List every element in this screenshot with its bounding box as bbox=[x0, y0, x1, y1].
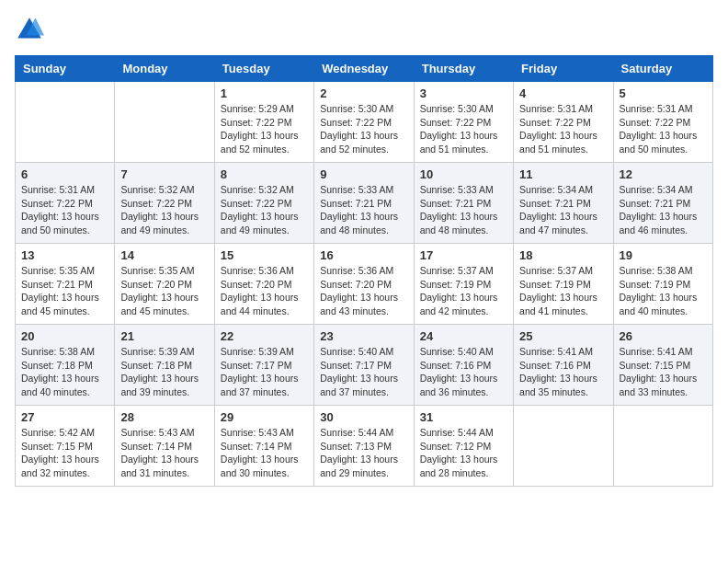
logo-icon bbox=[15, 15, 44, 44]
calendar-cell: 8Sunrise: 5:32 AM Sunset: 7:22 PM Daylig… bbox=[214, 163, 313, 244]
calendar-week-row: 20Sunrise: 5:38 AM Sunset: 7:18 PM Dayli… bbox=[16, 325, 713, 406]
calendar-cell: 7Sunrise: 5:32 AM Sunset: 7:22 PM Daylig… bbox=[115, 163, 214, 244]
calendar-cell: 28Sunrise: 5:43 AM Sunset: 7:14 PM Dayli… bbox=[115, 406, 214, 487]
calendar-cell: 16Sunrise: 5:36 AM Sunset: 7:20 PM Dayli… bbox=[314, 244, 414, 325]
day-header-friday: Friday bbox=[514, 56, 613, 82]
day-info: Sunrise: 5:38 AM Sunset: 7:18 PM Dayligh… bbox=[21, 345, 108, 399]
day-number: 23 bbox=[320, 329, 407, 343]
day-info: Sunrise: 5:31 AM Sunset: 7:22 PM Dayligh… bbox=[620, 102, 707, 156]
calendar-cell: 5Sunrise: 5:31 AM Sunset: 7:22 PM Daylig… bbox=[613, 82, 712, 163]
day-info: Sunrise: 5:33 AM Sunset: 7:21 PM Dayligh… bbox=[320, 183, 407, 237]
calendar-cell: 23Sunrise: 5:40 AM Sunset: 7:17 PM Dayli… bbox=[314, 325, 414, 406]
day-header-sunday: Sunday bbox=[16, 56, 115, 82]
day-info: Sunrise: 5:36 AM Sunset: 7:20 PM Dayligh… bbox=[221, 264, 308, 318]
day-info: Sunrise: 5:37 AM Sunset: 7:19 PM Dayligh… bbox=[420, 264, 507, 318]
calendar-cell bbox=[16, 82, 115, 163]
day-number: 29 bbox=[221, 410, 308, 424]
header bbox=[15, 15, 713, 44]
day-info: Sunrise: 5:32 AM Sunset: 7:22 PM Dayligh… bbox=[120, 183, 208, 237]
day-info: Sunrise: 5:35 AM Sunset: 7:21 PM Dayligh… bbox=[21, 264, 108, 318]
day-info: Sunrise: 5:39 AM Sunset: 7:18 PM Dayligh… bbox=[120, 345, 208, 399]
calendar-cell: 26Sunrise: 5:41 AM Sunset: 7:15 PM Dayli… bbox=[613, 325, 712, 406]
day-info: Sunrise: 5:40 AM Sunset: 7:16 PM Dayligh… bbox=[420, 345, 507, 399]
day-number: 16 bbox=[320, 248, 407, 262]
calendar-cell: 31Sunrise: 5:44 AM Sunset: 7:12 PM Dayli… bbox=[414, 406, 513, 487]
day-number: 13 bbox=[21, 248, 108, 262]
day-number: 6 bbox=[21, 167, 108, 181]
calendar-cell bbox=[613, 406, 712, 487]
day-info: Sunrise: 5:37 AM Sunset: 7:19 PM Dayligh… bbox=[519, 264, 607, 318]
calendar-cell: 20Sunrise: 5:38 AM Sunset: 7:18 PM Dayli… bbox=[16, 325, 115, 406]
day-info: Sunrise: 5:34 AM Sunset: 7:21 PM Dayligh… bbox=[620, 183, 707, 237]
day-number: 20 bbox=[21, 329, 108, 343]
day-info: Sunrise: 5:39 AM Sunset: 7:17 PM Dayligh… bbox=[221, 345, 308, 399]
day-info: Sunrise: 5:40 AM Sunset: 7:17 PM Dayligh… bbox=[320, 345, 407, 399]
day-number: 18 bbox=[519, 248, 607, 262]
calendar-cell: 4Sunrise: 5:31 AM Sunset: 7:22 PM Daylig… bbox=[514, 82, 613, 163]
calendar-cell: 29Sunrise: 5:43 AM Sunset: 7:14 PM Dayli… bbox=[214, 406, 313, 487]
day-info: Sunrise: 5:41 AM Sunset: 7:15 PM Dayligh… bbox=[620, 345, 707, 399]
day-info: Sunrise: 5:30 AM Sunset: 7:22 PM Dayligh… bbox=[320, 102, 407, 156]
day-number: 5 bbox=[620, 86, 707, 100]
calendar-cell: 18Sunrise: 5:37 AM Sunset: 7:19 PM Dayli… bbox=[514, 244, 613, 325]
calendar-cell: 21Sunrise: 5:39 AM Sunset: 7:18 PM Dayli… bbox=[115, 325, 214, 406]
calendar-cell: 12Sunrise: 5:34 AM Sunset: 7:21 PM Dayli… bbox=[613, 163, 712, 244]
day-number: 9 bbox=[320, 167, 407, 181]
day-header-saturday: Saturday bbox=[613, 56, 712, 82]
calendar-cell: 27Sunrise: 5:42 AM Sunset: 7:15 PM Dayli… bbox=[16, 406, 115, 487]
logo bbox=[15, 15, 50, 44]
calendar-cell: 11Sunrise: 5:34 AM Sunset: 7:21 PM Dayli… bbox=[514, 163, 613, 244]
calendar-cell bbox=[514, 406, 613, 487]
day-header-thursday: Thursday bbox=[414, 56, 513, 82]
day-header-monday: Monday bbox=[115, 56, 214, 82]
calendar-cell: 13Sunrise: 5:35 AM Sunset: 7:21 PM Dayli… bbox=[16, 244, 115, 325]
calendar-cell: 17Sunrise: 5:37 AM Sunset: 7:19 PM Dayli… bbox=[414, 244, 513, 325]
day-number: 10 bbox=[420, 167, 507, 181]
calendar-cell: 6Sunrise: 5:31 AM Sunset: 7:22 PM Daylig… bbox=[16, 163, 115, 244]
calendar-cell: 1Sunrise: 5:29 AM Sunset: 7:22 PM Daylig… bbox=[214, 82, 313, 163]
day-number: 2 bbox=[320, 86, 407, 100]
day-info: Sunrise: 5:33 AM Sunset: 7:21 PM Dayligh… bbox=[420, 183, 507, 237]
day-info: Sunrise: 5:42 AM Sunset: 7:15 PM Dayligh… bbox=[21, 426, 108, 480]
day-number: 30 bbox=[320, 410, 407, 424]
day-number: 12 bbox=[620, 167, 707, 181]
calendar-cell: 25Sunrise: 5:41 AM Sunset: 7:16 PM Dayli… bbox=[514, 325, 613, 406]
day-number: 22 bbox=[221, 329, 308, 343]
calendar-cell: 24Sunrise: 5:40 AM Sunset: 7:16 PM Dayli… bbox=[414, 325, 513, 406]
calendar-cell: 22Sunrise: 5:39 AM Sunset: 7:17 PM Dayli… bbox=[214, 325, 313, 406]
day-number: 27 bbox=[21, 410, 108, 424]
calendar: SundayMondayTuesdayWednesdayThursdayFrid… bbox=[15, 55, 713, 487]
calendar-cell: 3Sunrise: 5:30 AM Sunset: 7:22 PM Daylig… bbox=[414, 82, 513, 163]
calendar-cell: 9Sunrise: 5:33 AM Sunset: 7:21 PM Daylig… bbox=[314, 163, 414, 244]
day-info: Sunrise: 5:44 AM Sunset: 7:13 PM Dayligh… bbox=[320, 426, 407, 480]
day-info: Sunrise: 5:31 AM Sunset: 7:22 PM Dayligh… bbox=[21, 183, 108, 237]
day-number: 31 bbox=[420, 410, 507, 424]
day-info: Sunrise: 5:35 AM Sunset: 7:20 PM Dayligh… bbox=[120, 264, 208, 318]
day-info: Sunrise: 5:36 AM Sunset: 7:20 PM Dayligh… bbox=[320, 264, 407, 318]
day-number: 21 bbox=[120, 329, 208, 343]
calendar-week-row: 27Sunrise: 5:42 AM Sunset: 7:15 PM Dayli… bbox=[16, 406, 713, 487]
calendar-cell: 10Sunrise: 5:33 AM Sunset: 7:21 PM Dayli… bbox=[414, 163, 513, 244]
calendar-week-row: 6Sunrise: 5:31 AM Sunset: 7:22 PM Daylig… bbox=[16, 163, 713, 244]
calendar-header-row: SundayMondayTuesdayWednesdayThursdayFrid… bbox=[16, 56, 713, 82]
calendar-week-row: 13Sunrise: 5:35 AM Sunset: 7:21 PM Dayli… bbox=[16, 244, 713, 325]
day-number: 3 bbox=[420, 86, 507, 100]
day-number: 26 bbox=[620, 329, 707, 343]
day-number: 15 bbox=[221, 248, 308, 262]
day-info: Sunrise: 5:44 AM Sunset: 7:12 PM Dayligh… bbox=[420, 426, 507, 480]
day-number: 17 bbox=[420, 248, 507, 262]
calendar-week-row: 1Sunrise: 5:29 AM Sunset: 7:22 PM Daylig… bbox=[16, 82, 713, 163]
day-number: 8 bbox=[221, 167, 308, 181]
calendar-cell bbox=[115, 82, 214, 163]
day-number: 28 bbox=[120, 410, 208, 424]
day-number: 14 bbox=[120, 248, 208, 262]
day-number: 19 bbox=[620, 248, 707, 262]
calendar-cell: 14Sunrise: 5:35 AM Sunset: 7:20 PM Dayli… bbox=[115, 244, 214, 325]
calendar-cell: 30Sunrise: 5:44 AM Sunset: 7:13 PM Dayli… bbox=[314, 406, 414, 487]
day-header-wednesday: Wednesday bbox=[314, 56, 414, 82]
day-info: Sunrise: 5:31 AM Sunset: 7:22 PM Dayligh… bbox=[519, 102, 607, 156]
day-number: 4 bbox=[519, 86, 607, 100]
day-number: 24 bbox=[420, 329, 507, 343]
calendar-cell: 15Sunrise: 5:36 AM Sunset: 7:20 PM Dayli… bbox=[214, 244, 313, 325]
calendar-cell: 19Sunrise: 5:38 AM Sunset: 7:19 PM Dayli… bbox=[613, 244, 712, 325]
